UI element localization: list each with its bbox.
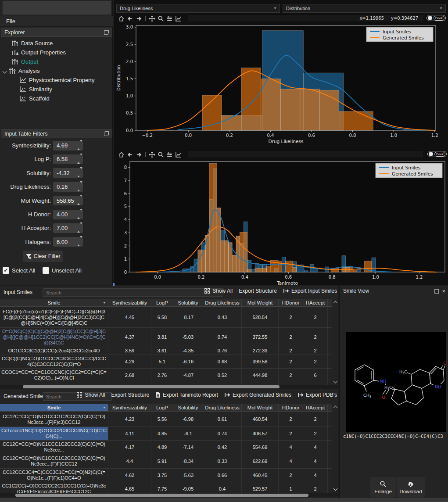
table-row[interactable]: CC12C=CC(=O)NC1CCC1C2CCC2(C)C(C(=O)Nc3cc… (0, 441, 332, 454)
export-input-smiles-button[interactable]: Export Input Smiles (283, 288, 337, 294)
export-structure-button[interactable]: Export Structure (111, 392, 149, 398)
sidebar-item-scaffold[interactable]: Scaffold (0, 94, 113, 103)
filter-spinbox[interactable]: -4.32 (53, 168, 83, 178)
spin-down-icon[interactable] (80, 140, 82, 148)
filter-spinbox[interactable]: 558.65 (53, 196, 83, 205)
filter-spinbox[interactable]: 6.00 (53, 237, 83, 247)
tanimoto-distribution-chart[interactable]: 0.00.20.40.60.81.01.2012345678TanimotoIn… (115, 159, 448, 290)
filter-spinbox[interactable]: 0.16 (53, 182, 83, 192)
column-header-smile[interactable]: Smile (0, 404, 108, 411)
spin-down-icon[interactable] (80, 181, 82, 190)
close-icon[interactable]: × (442, 289, 445, 294)
mode-select[interactable]: Distribution (283, 4, 446, 13)
home-icon[interactable] (118, 151, 125, 158)
show-all-button[interactable]: Show All (204, 288, 233, 294)
column-header-drug-likeliness[interactable]: Drug Likeliness (203, 299, 242, 306)
drug-likeliness-distribution-chart[interactable]: −0.20.00.20.40.60.81.01.20.00.51.01.52.0… (115, 23, 448, 148)
input-table-vscrollbar[interactable] (332, 299, 338, 385)
unselect-all-checkbox[interactable]: Unselect All (43, 265, 82, 275)
sidebar-item-physicochemical-property[interactable]: Physicochemical Property (0, 75, 113, 85)
table-row[interactable]: CC1C2CC(=O)CCC2CC2C1CCC1C(C(=O)Nc3c(C(F)… (0, 482, 332, 493)
scroll-up-icon[interactable] (333, 405, 337, 409)
column-header-smile[interactable]: Smile (0, 299, 108, 306)
table-row[interactable]: O=C(NC(C)(C)C)[C@@H]2[C@]1(CC[C@H]3[C@H]… (0, 328, 332, 347)
show-all-button[interactable]: Show All (77, 392, 105, 398)
column-header-synthesizability[interactable]: Synthesizability (108, 404, 151, 411)
generated-table-hscrollbar[interactable] (0, 493, 338, 497)
select-all-checkbox[interactable]: ✓ Select All (3, 265, 35, 275)
filter-spinbox[interactable]: 4.69 (53, 141, 83, 151)
sidebar-item-similarity[interactable]: Similarity (0, 85, 113, 94)
menu-file[interactable]: File (0, 16, 113, 27)
generated-table-vscrollbar[interactable] (332, 404, 338, 493)
column-header-haccept[interactable]: HAccept (303, 299, 328, 306)
spin-down-icon[interactable] (80, 195, 82, 203)
table-row[interactable]: FC(F)(F)c1cc(c(cc1)C(F)(F)F)NC(=O)[C@@H]… (0, 307, 332, 328)
sort-icon[interactable] (103, 302, 106, 304)
sidebar-item-data-source[interactable]: Data Source (0, 39, 113, 48)
forward-icon[interactable] (135, 151, 143, 158)
hscroll-thumb[interactable] (23, 385, 280, 388)
export-tanimoto-report-button[interactable]: Export Tanimoto Report (155, 392, 218, 398)
export-generated-smiles-button[interactable]: Export Generated Smiles (224, 392, 291, 398)
column-header-synthesizability[interactable]: Synthesizability (108, 299, 151, 306)
column-header-solubility[interactable]: Solubility (173, 299, 203, 306)
column-header-mol-weight[interactable]: Mol Weight (242, 404, 279, 411)
column-header-hdonor[interactable]: HDonor (279, 299, 303, 306)
table-row[interactable]: OC1CCC3C1(C)CCC(c2cc4)C3CCc2cc4O3.593.61… (0, 347, 332, 355)
dark-mode-toggle[interactable]: Dark (426, 15, 446, 21)
subplots-icon[interactable] (166, 151, 173, 158)
customize-icon[interactable] (175, 151, 182, 158)
table-row[interactable]: CC12C=CC(=O)NC1CCC1C2CCC2(C)C(C(=O)Nc3cc… (0, 412, 332, 427)
table-row[interactable]: CCOC1=CC=CC=C1OCCNC(C)CC2=CC(=C(C=C2)OC)… (0, 369, 332, 382)
float-panel-icon[interactable] (434, 289, 439, 294)
back-icon[interactable] (126, 151, 134, 158)
sidebar-item-output-properties[interactable]: Output Properties (0, 48, 113, 57)
input-smiles-search[interactable]: Search (43, 288, 223, 297)
float-panel-icon[interactable] (104, 131, 109, 136)
pan-icon[interactable] (148, 151, 156, 158)
spin-down-icon[interactable] (80, 222, 82, 231)
filter-spinbox[interactable]: 4.00 (53, 210, 83, 219)
sidebar-item-analysis[interactable]: Analysis (0, 66, 113, 75)
sidebar-item-output[interactable]: Output (0, 57, 113, 66)
customize-icon[interactable] (175, 15, 182, 22)
forward-icon[interactable] (135, 15, 143, 22)
column-header-solubility[interactable]: Solubility (173, 404, 203, 411)
table-row[interactable]: Cc1ccccc1NC(=O)C1CCC2C3CCC4NC(=O)C=CC4(C… (0, 427, 332, 441)
column-header-mol-weight[interactable]: Mol Weight (242, 299, 279, 306)
download-button[interactable]: Download (397, 477, 425, 498)
spin-down-icon[interactable] (80, 209, 82, 217)
export-structure-button[interactable]: Export Structure (239, 288, 277, 294)
column-header-haccept[interactable]: HAccept (303, 404, 328, 411)
hscroll-thumb[interactable] (15, 494, 308, 497)
clear-filter-button[interactable]: Clear Filter (23, 251, 63, 262)
zoom-rect-icon[interactable] (157, 151, 165, 158)
spin-down-icon[interactable] (80, 167, 82, 176)
scroll-down-icon[interactable] (333, 380, 337, 383)
input-table-hscrollbar[interactable] (0, 385, 338, 389)
column-header-logp[interactable]: LogP (151, 404, 173, 411)
subplots-icon[interactable] (166, 15, 173, 22)
home-icon[interactable] (118, 15, 125, 22)
filter-spinbox[interactable]: 6.58 (53, 154, 83, 164)
enlarge-button[interactable]: Enlarge (370, 477, 396, 498)
table-row[interactable]: CC12CCC3C4=C(CCC3C1C=CC(=O)N2)C(C(=O)Nc1… (0, 469, 332, 482)
dark-mode-toggle[interactable]: Dark (427, 151, 447, 157)
pan-icon[interactable] (148, 15, 156, 22)
float-panel-icon[interactable] (104, 30, 109, 35)
table-row[interactable]: CC(C)(C)NC(=O)C1CCC2C3C\C=C4\C=C(/CCC4(C… (0, 355, 332, 369)
spin-down-icon[interactable] (80, 154, 82, 162)
chevron-expanded-icon[interactable] (3, 69, 7, 73)
scroll-down-icon[interactable] (333, 487, 337, 491)
scroll-up-icon[interactable] (333, 300, 337, 304)
column-header-logp[interactable]: LogP (151, 299, 173, 306)
column-header-drug-likeliness[interactable]: Drug Likeliness (203, 404, 242, 411)
table-row[interactable]: CC12C=CC(=O)NC1CCC1C2CCC2(C)C(C(=O)Nc3cc… (0, 454, 332, 469)
column-header-hdonor[interactable]: HDonor (279, 404, 303, 411)
property-select[interactable]: Drug Likeliness (116, 4, 280, 13)
sort-icon[interactable] (103, 407, 106, 409)
filter-spinbox[interactable]: 7.00 (53, 223, 83, 233)
zoom-rect-icon[interactable] (157, 15, 165, 22)
back-icon[interactable] (126, 15, 134, 22)
